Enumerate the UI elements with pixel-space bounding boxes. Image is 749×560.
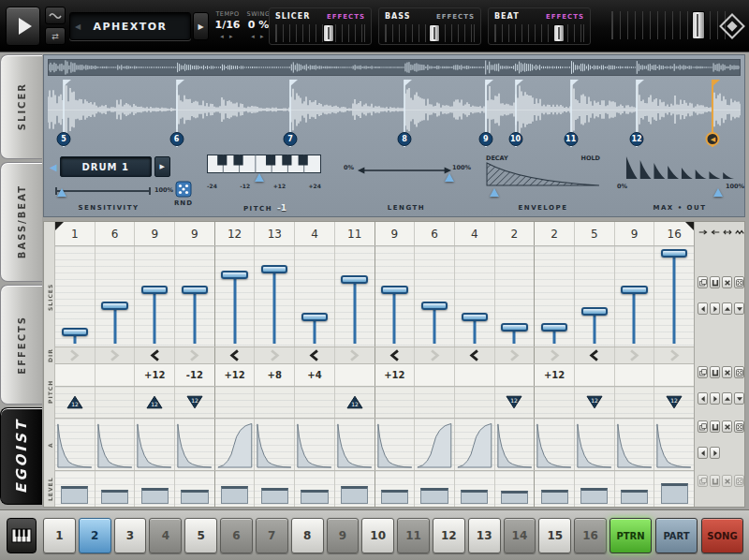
pitch-octave-marker[interactable] [295,387,335,418]
slice-slider[interactable] [175,246,215,346]
step-slice-number[interactable]: 5 [575,222,615,245]
bank-next-button[interactable]: ▶ [154,156,170,177]
maxout-marker-track[interactable] [624,188,735,198]
slice-marker-badge[interactable]: 12 [630,132,644,146]
arrow-both-button[interactable] [722,227,732,238]
pitch-right-button[interactable] [710,392,720,405]
slices-right-button[interactable] [710,302,720,315]
pitch-up-button[interactable] [722,392,732,405]
envelope-shape[interactable] [175,419,215,470]
direction-toggle[interactable] [55,347,95,363]
slice-slider[interactable] [455,246,495,346]
pitch-marker[interactable] [255,173,264,182]
slider-handle[interactable] [261,265,287,273]
direction-toggle[interactable] [495,347,536,363]
pattern-step-3[interactable]: 3 [114,518,147,553]
slider-handle[interactable] [421,302,448,310]
pitch-transpose-value[interactable] [95,364,136,386]
step-slice-number[interactable]: 11 [335,222,375,245]
pitch-transpose-value[interactable] [615,364,655,386]
step-slice-number[interactable]: 2 [495,222,536,245]
env-random-button[interactable] [734,420,744,433]
slice-slider[interactable] [55,246,95,346]
direction-toggle[interactable] [615,347,655,363]
pitch-octave-marker[interactable] [215,387,256,418]
fader-handle[interactable] [553,24,565,42]
slice-slider[interactable] [495,246,536,346]
slider-handle[interactable] [621,286,647,294]
slider-handle[interactable] [101,302,127,310]
slice-slider[interactable] [255,246,295,346]
pitch-down-button[interactable] [734,392,744,405]
pitch-octave-marker[interactable] [455,387,495,418]
pitch-marker-track[interactable] [207,172,321,182]
envelope-marker-track[interactable] [486,188,600,198]
mode-ptrn-button[interactable]: PTRN [609,518,652,553]
pattern-step-9[interactable]: 9 [327,518,360,553]
level-bar[interactable] [295,471,335,507]
slice-slider[interactable] [375,246,416,346]
pitch-octave-marker[interactable]: 12 [55,387,95,418]
pitch-octave-marker[interactable]: 12 [135,387,175,418]
side-tab-egoist[interactable]: EGOIST [0,407,42,505]
slices-down-button[interactable] [734,302,744,315]
pattern-step-15[interactable]: 15 [538,518,571,553]
pattern-step-13[interactable]: 13 [468,518,501,553]
direction-toggle[interactable] [95,347,136,363]
level-bar[interactable] [135,471,175,507]
envelope-marker[interactable] [490,188,499,197]
channel-volume-fader[interactable] [494,24,584,42]
pattern-step-11[interactable]: 11 [397,518,430,553]
slider-handle[interactable] [301,313,328,321]
slice-slider[interactable] [295,246,335,346]
level-bar[interactable] [335,471,375,507]
pitch-octave-marker[interactable] [255,387,295,418]
slice-marker-badge[interactable]: 6 [169,132,184,146]
pitch-octave-marker[interactable]: 12 [175,387,215,418]
slider-handle[interactable] [182,286,208,294]
step-slice-number[interactable]: 9 [615,222,655,245]
pitch-transpose-value[interactable] [415,364,455,386]
level-random-button[interactable] [734,475,744,487]
step-slice-number[interactable]: 9 [135,222,175,245]
slider-handle[interactable] [541,323,567,332]
slider-handle[interactable] [221,271,247,279]
slices-random-button[interactable] [734,276,744,288]
master-fader-handle[interactable] [692,11,705,39]
slider-handle[interactable] [341,275,367,284]
rnd-dice-button[interactable] [175,181,192,198]
envelope-shape[interactable] [295,419,335,470]
length-marker-track[interactable] [357,173,452,183]
direction-toggle[interactable] [575,347,615,363]
envelope-shape[interactable] [375,419,416,470]
bank-prev-button[interactable]: ◀ [50,162,57,172]
slice-slider[interactable] [95,246,136,346]
direction-toggle[interactable] [375,347,416,363]
channel-effects-button[interactable]: EFFECTS [436,13,475,21]
side-tab-bass-beat[interactable]: BASS/BEAT [0,162,42,282]
slice-slider[interactable] [535,246,575,346]
level-copy-button[interactable] [698,475,708,487]
waveform-overview[interactable] [48,59,741,76]
slice-slider[interactable] [415,246,455,346]
slider-handle[interactable] [501,323,527,332]
sensitivity-marker[interactable] [57,188,66,197]
pitch-octave-marker[interactable]: 12 [335,387,375,418]
envelope-shape[interactable] [95,419,136,470]
pitch-keyboard[interactable] [207,155,321,173]
pattern-step-6[interactable]: 6 [220,518,253,553]
envelope-shape[interactable] [654,419,694,470]
pitch-transpose-value[interactable]: +8 [255,364,295,386]
envelope-shape[interactable] [415,419,455,470]
level-bar[interactable] [495,471,536,507]
play-button[interactable] [6,7,40,46]
zigzag-button[interactable] [734,227,744,238]
retrigger-button[interactable] [45,7,66,24]
step-slice-number[interactable]: 6 [415,222,455,245]
step-slice-number[interactable]: 13 [255,222,295,245]
step-slice-number[interactable]: 4 [295,222,335,245]
swap-button[interactable]: ⇄ [45,27,66,45]
end-marker-badge[interactable]: ◀ [706,132,720,146]
direction-toggle[interactable] [455,347,495,363]
direction-toggle[interactable] [335,347,375,363]
